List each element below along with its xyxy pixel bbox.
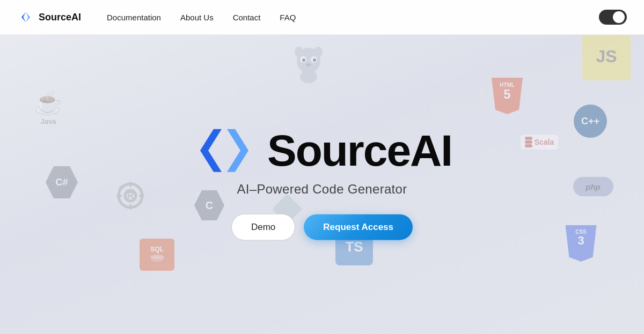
hero-section: ☕ Java C# [0, 35, 644, 334]
nav-links: Documentation About Us Contact FAQ [107, 13, 599, 22]
svg-point-10 [300, 70, 317, 83]
html5-icon: HTML 5 [488, 78, 526, 114]
cpp-icon: C++ [572, 105, 609, 138]
nav-documentation[interactable]: Documentation [107, 13, 161, 22]
svg-rect-23 [525, 140, 532, 144]
hero-subtitle: AI–Powered Code Generator [192, 182, 452, 197]
css3-icon: CSS 3 [561, 225, 601, 262]
svg-text:R: R [127, 190, 134, 201]
demo-button[interactable]: Demo [231, 214, 295, 241]
logo-text: SourceAI [39, 12, 81, 23]
svg-rect-14 [129, 204, 131, 210]
svg-marker-1 [26, 12, 30, 22]
svg-point-4 [314, 47, 323, 57]
logo[interactable]: SourceAI [17, 9, 81, 26]
php-icon: php [574, 177, 612, 196]
sql-icon: SQL [137, 239, 177, 271]
svg-point-9 [306, 63, 311, 66]
svg-point-7 [302, 58, 305, 62]
hero-content: SourceAI AI–Powered Code Generator Demo … [192, 124, 452, 241]
hero-buttons: Demo Request Access [192, 214, 452, 241]
javascript-icon: JS [580, 35, 633, 83]
csharp-icon: C# [43, 164, 80, 201]
logo-icon [17, 9, 34, 26]
request-access-button[interactable]: Request Access [304, 214, 413, 240]
svg-rect-15 [116, 195, 122, 197]
svg-rect-22 [525, 137, 532, 140]
hero-chevron-icon [192, 124, 257, 177]
hero-logo-area: SourceAI [192, 124, 452, 177]
svg-marker-0 [21, 12, 26, 22]
svg-point-3 [295, 47, 303, 57]
nav-about-us[interactable]: About Us [180, 13, 214, 22]
nav-faq[interactable]: FAQ [280, 13, 296, 22]
java-icon: ☕ Java [30, 88, 67, 125]
r-icon: R [113, 180, 148, 212]
hero-title: SourceAI [267, 129, 452, 173]
dark-mode-toggle[interactable] [599, 10, 627, 25]
go-icon [290, 46, 327, 84]
svg-marker-25 [200, 129, 222, 172]
svg-point-8 [313, 58, 316, 62]
scala-icon: Scala [518, 134, 561, 150]
svg-marker-26 [227, 129, 248, 172]
navbar: SourceAI Documentation About Us Contact … [0, 0, 644, 35]
nav-contact[interactable]: Contact [233, 13, 261, 22]
svg-rect-16 [139, 195, 144, 197]
svg-rect-24 [525, 144, 532, 147]
svg-rect-13 [129, 182, 131, 187]
